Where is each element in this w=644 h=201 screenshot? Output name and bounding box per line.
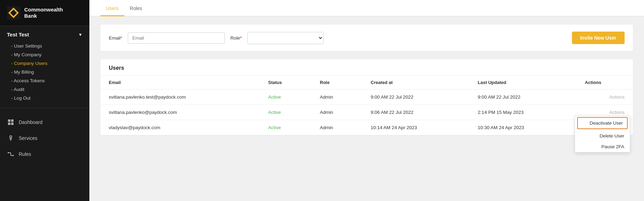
- sidebar-item-user-settings[interactable]: - User Settings: [0, 42, 89, 50]
- email-input[interactable]: [128, 32, 225, 44]
- sidebar-nav-dashboard[interactable]: Dashboard: [0, 115, 89, 130]
- rules-icon: [7, 151, 15, 158]
- user-status: Active: [260, 105, 311, 120]
- col-header-last-updated: Last Updated: [469, 76, 576, 90]
- role-label: Role*: [230, 35, 242, 41]
- tab-users[interactable]: Users: [100, 0, 124, 16]
- role-select[interactable]: [247, 32, 324, 44]
- users-section: Users Email Status Role Created at Last …: [100, 59, 633, 135]
- user-actions-cell: Actions Deactivate User Delete User Paus…: [576, 105, 633, 120]
- actions-link[interactable]: Actions: [609, 110, 625, 115]
- sidebar: Commonwealth Bank Test Test ▼ - User Set…: [0, 0, 89, 201]
- sidebar-item-company-users[interactable]: - Company Users: [0, 59, 89, 68]
- email-label: Email*: [109, 35, 122, 41]
- sidebar-item-logout[interactable]: - Log Out: [0, 94, 89, 102]
- user-status: Active: [260, 90, 311, 105]
- user-last-updated: 2:14 PM 15 May 2023: [469, 105, 576, 120]
- sidebar-divider: [0, 108, 89, 108]
- users-title: Users: [100, 59, 633, 76]
- user-created-at: 9:06 AM 22 Jul 2022: [362, 105, 469, 120]
- col-header-email: Email: [100, 76, 260, 90]
- dashboard-icon: [7, 119, 15, 126]
- user-dropdown-arrow[interactable]: ▼: [78, 32, 82, 37]
- tab-bar: Users Roles: [89, 0, 644, 16]
- main-content: Users Roles Email* Role* Invite New User…: [89, 0, 644, 201]
- deactivate-user-button[interactable]: Deactivate User: [577, 117, 628, 129]
- table-row: svitlana.pavlenko@paydock.com Active Adm…: [100, 105, 633, 120]
- user-email: vladyslav@paydock.com: [100, 120, 260, 135]
- user-last-updated: 9:00 AM 22 Jul 2022: [469, 90, 576, 105]
- col-header-status: Status: [260, 76, 311, 90]
- sidebar-item-my-billing[interactable]: - My Billing: [0, 68, 89, 76]
- user-role: Admin: [311, 90, 362, 105]
- pause-2fa-button[interactable]: Pause 2FA: [575, 141, 630, 152]
- actions-dropdown: Deactivate User Delete User Pause 2FA: [575, 115, 630, 152]
- sidebar-item-audit[interactable]: - Audit: [0, 85, 89, 94]
- user-status: Active: [260, 120, 311, 135]
- sidebar-item-my-company[interactable]: - My Company: [0, 50, 89, 59]
- logo-icon: [7, 6, 20, 19]
- sidebar-menu: - User Settings - My Company - Company U…: [0, 40, 89, 105]
- col-header-actions: Actions: [576, 76, 633, 90]
- svg-point-7: [10, 136, 12, 138]
- svg-rect-4: [11, 119, 14, 122]
- user-created-at: 9:00 AM 22 Jul 2022: [362, 90, 469, 105]
- table-row: svitlana.pavlenko.test@paydock.com Activ…: [100, 90, 633, 105]
- svg-rect-3: [8, 119, 10, 122]
- table-row: vladyslav@paydock.com Active Admin 10:14…: [100, 120, 633, 135]
- user-section[interactable]: Test Test ▼: [0, 26, 89, 40]
- user-email: svitlana.pavlenko.test@paydock.com: [100, 90, 260, 105]
- table-header-row: Email Status Role Created at Last Update…: [100, 76, 633, 90]
- rules-label: Rules: [19, 151, 31, 157]
- svg-point-14: [12, 155, 14, 156]
- col-header-role: Role: [311, 76, 362, 90]
- delete-user-button[interactable]: Delete User: [575, 131, 630, 141]
- user-email: svitlana.pavlenko@paydock.com: [100, 105, 260, 120]
- username-label: Test Test: [7, 32, 29, 37]
- services-icon: [7, 135, 15, 142]
- content-area: Email* Role* Invite New User Users Email…: [89, 16, 644, 201]
- user-last-updated: 10:30 AM 24 Apr 2023: [469, 120, 576, 135]
- services-label: Services: [19, 135, 37, 141]
- col-header-created-at: Created at: [362, 76, 469, 90]
- dashboard-label: Dashboard: [19, 119, 43, 125]
- tab-roles[interactable]: Roles: [124, 0, 148, 16]
- svg-rect-5: [8, 123, 10, 125]
- user-created-at: 10:14 AM 24 Apr 2023: [362, 120, 469, 135]
- brand-name: Commonwealth Bank: [24, 7, 63, 19]
- sidebar-nav-services[interactable]: Services: [0, 131, 89, 146]
- invite-form: Email* Role* Invite New User: [100, 25, 633, 51]
- svg-rect-6: [11, 123, 14, 125]
- user-role: Admin: [311, 120, 362, 135]
- actions-link[interactable]: Actions: [609, 94, 625, 100]
- user-actions-cell: Actions: [576, 90, 633, 105]
- svg-point-13: [8, 152, 9, 153]
- invite-new-user-button[interactable]: Invite New User: [572, 32, 625, 44]
- sidebar-item-access-tokens[interactable]: - Access Tokens: [0, 76, 89, 85]
- sidebar-nav-rules[interactable]: Rules: [0, 146, 89, 162]
- sidebar-nav: Dashboard Services: [0, 111, 89, 165]
- users-table: Email Status Role Created at Last Update…: [100, 76, 633, 135]
- logo-area: Commonwealth Bank: [0, 0, 89, 26]
- user-role: Admin: [311, 105, 362, 120]
